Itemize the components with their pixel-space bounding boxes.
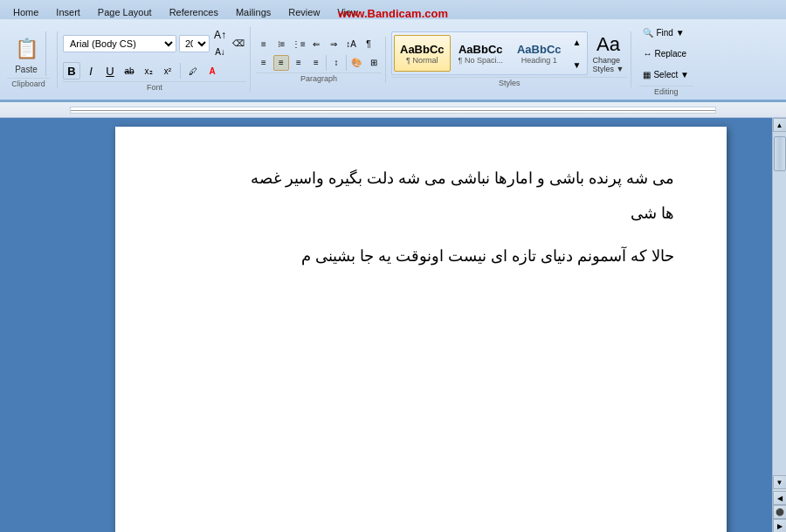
- clipboard-content: 📋 Paste: [7, 31, 50, 76]
- select-icon: ▦: [643, 70, 651, 79]
- change-styles-button[interactable]: Aa ChangeStyles ▼: [590, 33, 628, 73]
- text-line3: حالا که آسمونم دنیای تازه ای نیست اونوقت…: [168, 239, 674, 274]
- para-row1: ≡ ⁝≡ ⋮≡ ⇐ ⇒ ↕A ¶: [256, 37, 376, 52]
- style-heading1-preview: AaBbCc: [517, 43, 562, 56]
- tab-mailings[interactable]: Mailings: [227, 5, 279, 19]
- font-label: Font: [63, 81, 246, 92]
- font-content: Arial (Body CS) 20 A↑ A↓ ⌫ B: [63, 27, 246, 79]
- paragraph-group: ≡ ⁝≡ ⋮≡ ⇐ ⇒ ↕A ¶ ≡ ≡ ≡ ≡ ↕: [252, 37, 386, 83]
- replace-label: Replace: [654, 49, 686, 59]
- text-line2: ها شی: [168, 197, 674, 231]
- find-label: Find ▼: [656, 28, 684, 38]
- change-styles-label: ChangeStyles ▼: [593, 56, 624, 73]
- style-normal-label: ¶ Normal: [406, 56, 438, 65]
- toolbar-row1: 📋 Paste Clipboard Arial (Body CS) 20: [0, 19, 786, 100]
- editing-label: Editing: [638, 86, 693, 96]
- font-group: Arial (Body CS) 20 A↑ A↓ ⌫ B: [59, 27, 251, 92]
- tab-view[interactable]: View: [328, 5, 367, 19]
- styles-section: AaBbCc ¶ Normal AaBbCc ¶ No Spaci... AaB…: [391, 31, 588, 75]
- paragraph-label: Paragraph: [256, 73, 382, 83]
- scroll-down-button[interactable]: ▼: [773, 475, 787, 489]
- align-left-button[interactable]: ≡: [256, 55, 272, 71]
- font-row2: B I U ab x₂ x² 🖊 A: [63, 62, 221, 79]
- clipboard-group: 📋 Paste Clipboard: [3, 31, 58, 88]
- font-grow-button[interactable]: A↑: [212, 27, 228, 43]
- styles-scroll-down-button[interactable]: ▼: [569, 57, 585, 73]
- styles-label: Styles: [391, 77, 627, 87]
- styles-group: AaBbCc ¶ Normal AaBbCc ¶ No Spaci... AaB…: [388, 31, 631, 87]
- italic-button[interactable]: I: [82, 62, 100, 79]
- para-sep: [326, 55, 327, 71]
- pilcrow-button[interactable]: ¶: [361, 37, 376, 52]
- para-row2: ≡ ≡ ≡ ≡ ↕ 🎨 ⊞: [256, 55, 382, 71]
- find-button[interactable]: 🔍 Find ▼: [638, 23, 693, 42]
- font-color-button[interactable]: A: [203, 62, 221, 79]
- select-label: Select ▼: [653, 70, 688, 79]
- toolbar: 📋 Paste Clipboard Arial (Body CS) 20: [0, 19, 786, 101]
- align-right-button[interactable]: ≡: [291, 55, 307, 71]
- paste-label: Paste: [15, 65, 38, 74]
- scrollbar-thumb[interactable]: [774, 136, 786, 171]
- bold-button[interactable]: B: [63, 62, 80, 79]
- tab-references[interactable]: References: [161, 5, 227, 19]
- sort-button[interactable]: ↕A: [343, 37, 359, 52]
- font-size-select[interactable]: 20: [179, 35, 210, 52]
- text-line1: می شه پرنده باشی و امارها نباشی می شه دل…: [168, 162, 674, 197]
- highlight-button[interactable]: 🖊: [184, 62, 202, 79]
- scroll-prev-page-button[interactable]: ◀: [773, 491, 787, 505]
- replace-button[interactable]: ↔ Replace: [638, 44, 693, 63]
- underline-button[interactable]: U: [101, 62, 119, 79]
- bullets-button[interactable]: ≡: [256, 37, 272, 52]
- numbering-button[interactable]: ⁝≡: [273, 37, 289, 52]
- scroll-select-browse-button[interactable]: ⚫: [773, 505, 787, 519]
- replace-icon: ↔: [643, 49, 652, 59]
- style-heading1-button[interactable]: AaBbCc Heading 1: [511, 35, 568, 72]
- decrease-indent-button[interactable]: ⇐: [308, 37, 324, 52]
- shading-button[interactable]: 🎨: [348, 55, 364, 71]
- clear-format-button[interactable]: ⌫: [231, 36, 246, 52]
- multilevel-button[interactable]: ⋮≡: [291, 37, 307, 52]
- clipboard-label: Clipboard: [7, 78, 50, 88]
- document-area: می شه پرنده باشی و امارها نباشی می شه دل…: [70, 118, 772, 532]
- ribbon: Home Insert Page Layout References Maili…: [0, 0, 786, 102]
- horizontal-ruler: [0, 102, 786, 118]
- increase-indent-button[interactable]: ⇒: [326, 37, 341, 52]
- tab-page-layout[interactable]: Page Layout: [89, 5, 161, 19]
- font-shrink-button[interactable]: A↓: [212, 44, 228, 59]
- scrollbar-track[interactable]: [773, 132, 787, 475]
- tab-review[interactable]: Review: [279, 5, 328, 19]
- style-nospacing-preview: AaBbCc: [458, 43, 503, 56]
- scroll-up-button[interactable]: ▲: [773, 118, 787, 132]
- ruler-line: [71, 110, 715, 111]
- ruler-content: [70, 107, 716, 114]
- paste-button[interactable]: 📋: [12, 33, 40, 65]
- line-spacing-button[interactable]: ↕: [328, 55, 344, 71]
- style-normal-button[interactable]: AaBbCc ¶ Normal: [394, 35, 451, 72]
- tab-home[interactable]: Home: [4, 5, 47, 19]
- font-name-select[interactable]: Arial (Body CS): [63, 35, 176, 52]
- styles-content: AaBbCc ¶ Normal AaBbCc ¶ No Spaci... AaB…: [391, 31, 627, 75]
- align-center-button[interactable]: ≡: [273, 55, 289, 71]
- tab-insert[interactable]: Insert: [47, 5, 89, 19]
- scroll-next-page-button[interactable]: ▶: [773, 519, 787, 532]
- document-text[interactable]: می شه پرنده باشی و امارها نباشی می شه دل…: [168, 162, 674, 274]
- styles-scroll-up-button[interactable]: ▲: [569, 34, 585, 50]
- font-sep1: [180, 63, 181, 79]
- style-nospacing-button[interactable]: AaBbCc ¶ No Spaci...: [452, 35, 509, 72]
- change-styles-icon: Aa: [596, 33, 620, 56]
- binoculars-icon: 🔍: [643, 28, 653, 38]
- right-scrollbar: ▲ ▼ ◀ ⚫ ▶: [772, 118, 786, 532]
- justify-button[interactable]: ≡: [308, 55, 324, 71]
- superscript-button[interactable]: x²: [159, 62, 176, 79]
- subscript-button[interactable]: x₂: [140, 62, 157, 79]
- select-button[interactable]: ▦ Select ▼: [638, 65, 693, 84]
- para-sep2: [346, 55, 347, 71]
- app-body: می شه پرنده باشی و امارها نباشی می شه دل…: [0, 118, 786, 532]
- style-heading1-label: Heading 1: [521, 56, 557, 65]
- font-row1: Arial (Body CS) 20 A↑ A↓ ⌫: [63, 27, 246, 59]
- left-sidebar: [0, 118, 70, 532]
- font-size-group: A↑ A↓: [212, 27, 228, 59]
- borders-button[interactable]: ⊞: [366, 55, 382, 71]
- styles-arrows: ▲ ▼: [569, 34, 585, 73]
- strikethrough-button[interactable]: ab: [121, 62, 138, 79]
